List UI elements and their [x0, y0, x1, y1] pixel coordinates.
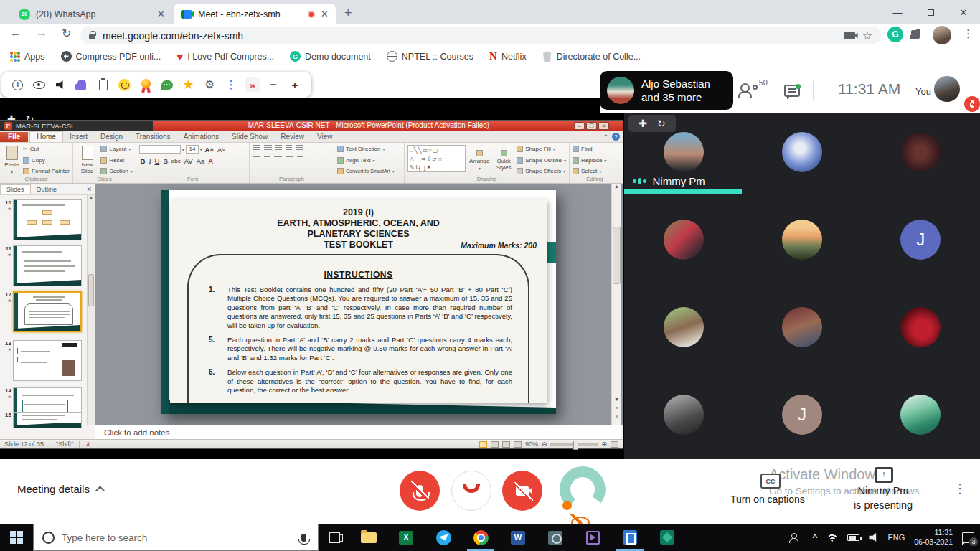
tab-meet[interactable]: Meet - ebn-zefx-smh ✕: [174, 4, 336, 24]
refresh-icon[interactable]: ↻: [657, 118, 666, 129]
underline-button[interactable]: U: [154, 157, 161, 165]
minimize-toolbar-icon[interactable]: –: [266, 77, 281, 92]
participant-tile[interactable]: [624, 288, 743, 376]
section-button[interactable]: Section▾: [100, 168, 133, 174]
tab-insert[interactable]: Insert: [63, 132, 94, 142]
bookmark-item[interactable]: ♥ I Love Pdf Compres...: [176, 51, 274, 62]
shapes-gallery[interactable]: □╲╲▭○▢△⌒⇨⇩▱☆✎⌇{ }✶: [407, 145, 466, 172]
eye-icon[interactable]: [32, 77, 47, 92]
panel-scrollbar[interactable]: ▲: [87, 195, 95, 425]
reload-button[interactable]: ↻: [62, 27, 71, 40]
align-right-icon[interactable]: [274, 156, 282, 163]
photos-button[interactable]: [537, 524, 574, 551]
captions-icon[interactable]: CC: [760, 474, 781, 489]
bold-button[interactable]: B: [139, 157, 146, 165]
blue-app-button[interactable]: [611, 524, 649, 551]
participant-tile[interactable]: [862, 288, 980, 376]
raise-hand-icon[interactable]: [75, 77, 89, 92]
convert-smartart-button[interactable]: Convert to SmartArt▾: [337, 168, 395, 174]
battery-icon[interactable]: [847, 534, 859, 541]
people-icon[interactable]: [788, 533, 803, 542]
camera-permission-icon[interactable]: [844, 32, 855, 39]
tab-file[interactable]: File: [0, 132, 28, 142]
clock[interactable]: 11:31 06-03-2021: [914, 528, 953, 547]
participant-tile[interactable]: [862, 376, 980, 463]
participants-icon[interactable]: 50: [739, 83, 758, 98]
medal-icon[interactable]: [138, 77, 153, 92]
bookmark-item[interactable]: NPTEL :: Courses: [387, 51, 473, 62]
close-panel-icon[interactable]: ✕: [86, 186, 95, 193]
leave-call-button[interactable]: [451, 471, 491, 511]
help-icon[interactable]: ?: [612, 133, 620, 141]
emoji-icon[interactable]: [117, 77, 131, 92]
indent-decrease-icon[interactable]: [275, 145, 282, 151]
shape-effects-button[interactable]: Shape Effects▾: [517, 168, 566, 174]
font-name-select[interactable]: [139, 145, 181, 154]
indent-increase-icon[interactable]: [286, 145, 292, 151]
reading-view-button[interactable]: [502, 441, 510, 448]
align-center-icon[interactable]: [264, 156, 270, 163]
font-size-select[interactable]: 14: [186, 145, 199, 154]
microphone-toggle-button[interactable]: [400, 471, 440, 511]
excel-button[interactable]: X: [387, 524, 425, 551]
chrome-button[interactable]: [462, 524, 499, 551]
tab-transitions[interactable]: Transitions: [129, 132, 177, 142]
browser-profile-avatar[interactable]: [933, 26, 951, 44]
chat-icon[interactable]: [784, 85, 800, 97]
apps-shortcut[interactable]: Apps: [10, 52, 45, 62]
slides-tab[interactable]: Slides: [0, 184, 31, 194]
layout-button[interactable]: Layout▾: [100, 146, 133, 152]
slide-thumbnail[interactable]: 10★: [1, 199, 82, 240]
volume-icon[interactable]: [869, 533, 878, 542]
you-avatar[interactable]: [934, 76, 960, 102]
zoom-in-button[interactable]: ⊕: [601, 441, 607, 448]
shrink-font-button[interactable]: A˅: [216, 146, 227, 154]
select-button[interactable]: Select▾: [573, 168, 606, 174]
bookmark-item[interactable]: N Netflix: [489, 50, 527, 62]
captions-label[interactable]: Turn on captions: [730, 494, 805, 505]
browser-menu-icon[interactable]: ⋮: [963, 27, 974, 40]
window-restore-button[interactable]: [914, 0, 947, 24]
slide-sorter-button[interactable]: [491, 441, 499, 448]
back-button[interactable]: ←: [10, 27, 22, 39]
close-tab-icon[interactable]: ✕: [157, 9, 165, 19]
quick-styles-button[interactable]: Quick Styles: [493, 145, 514, 175]
participant-tile[interactable]: [743, 113, 861, 201]
meeting-details-button[interactable]: Meeting details: [17, 483, 103, 495]
find-button[interactable]: Find: [573, 146, 606, 152]
columns-icon[interactable]: [297, 156, 303, 163]
participant-tile[interactable]: [624, 376, 743, 463]
replace-button[interactable]: Replace▾: [573, 157, 606, 164]
tab-review[interactable]: Review: [274, 132, 311, 142]
tab-view[interactable]: View: [311, 132, 339, 142]
grow-font-button[interactable]: A˄: [204, 146, 215, 154]
word-button[interactable]: W: [499, 524, 537, 551]
cut-button[interactable]: ✂Cut: [23, 146, 70, 152]
slide-thumbnail[interactable]: 11★: [1, 245, 82, 286]
slide-thumbnail[interactable]: 15: [1, 412, 82, 423]
gear-icon[interactable]: ⚙: [202, 77, 217, 92]
participant-tile[interactable]: J: [743, 376, 861, 463]
copy-button[interactable]: Copy: [23, 157, 70, 164]
participant-tile[interactable]: [862, 113, 980, 201]
window-close-button[interactable]: ✕: [947, 0, 980, 24]
shape-outline-button[interactable]: Shape Outline▾: [517, 157, 566, 164]
ppt-restore-button[interactable]: ❒: [586, 122, 597, 130]
slide-scrollbar[interactable]: ▲ ▼ « »: [611, 184, 621, 425]
participant-tile[interactable]: J: [862, 201, 980, 288]
zoom-out-button[interactable]: ⊖: [542, 441, 547, 448]
zoom-slider[interactable]: [550, 443, 598, 446]
shape-fill-button[interactable]: Shape Fill▾: [517, 146, 566, 152]
bookmark-item[interactable]: G Demo document: [290, 51, 371, 62]
address-bar[interactable]: meet.google.com/ebn-zefx-smh ☆: [80, 27, 881, 44]
text-direction-button[interactable]: Text Direction▾: [337, 146, 395, 152]
new-tab-button[interactable]: +: [344, 6, 352, 21]
collapse-toolbar-icon[interactable]: »: [245, 77, 260, 92]
wifi-icon[interactable]: [826, 533, 838, 542]
justify-icon[interactable]: [286, 156, 293, 163]
normal-view-button[interactable]: [479, 441, 487, 448]
star-icon[interactable]: ★: [181, 77, 195, 92]
bullets-icon[interactable]: [253, 145, 260, 151]
participant-tile[interactable]: [743, 288, 861, 376]
green-app-button[interactable]: [649, 524, 686, 551]
